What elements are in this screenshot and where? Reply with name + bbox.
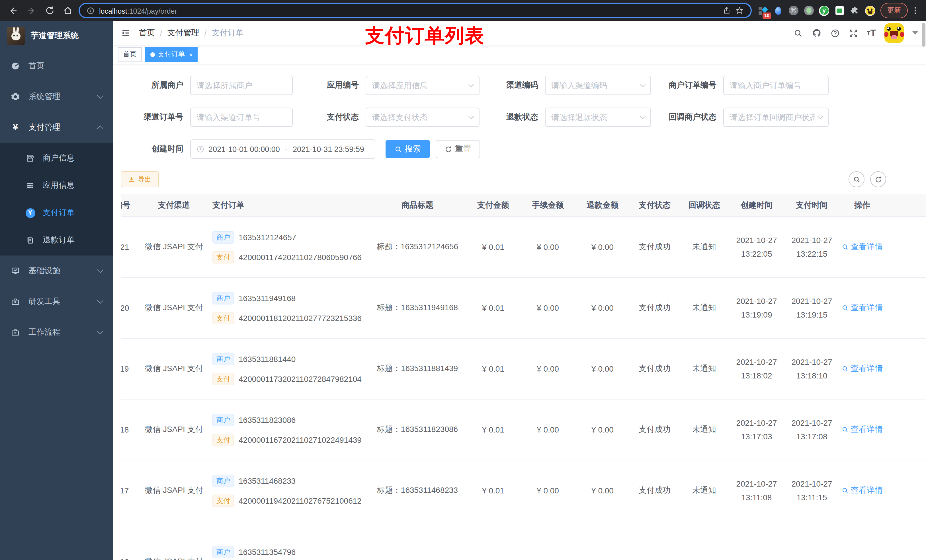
create-time: 13:11:08 (741, 493, 772, 502)
sidebar-item-pay-order[interactable]: ¥ 支付订单 (0, 199, 113, 226)
pay-status-select[interactable] (366, 107, 480, 127)
extension-y-icon[interactable]: y (819, 5, 829, 16)
sidebar: 芋道管理系统 首页 系统管理 ¥ 支付管理 (0, 21, 113, 560)
sidebar-item-app-info[interactable]: 应用信息 (0, 172, 113, 199)
fee-amount: ¥ 0.00 (537, 303, 559, 312)
callback-status: 未通知 (692, 303, 716, 312)
github-icon[interactable] (811, 28, 822, 38)
sidebar-item-workflow[interactable]: 工作流程 (0, 317, 113, 348)
pay-tag: 支付 (212, 251, 234, 263)
refund-status-label: 退款状态 (480, 112, 545, 122)
help-icon[interactable] (830, 28, 840, 38)
pay-order-no: 4200001194202110276752100612 (239, 496, 362, 505)
extension-emoji-icon[interactable] (865, 5, 875, 16)
channel-code-select[interactable] (545, 76, 651, 95)
chrome-update-button[interactable]: 更新 (881, 3, 908, 18)
forward-icon[interactable] (24, 3, 39, 18)
url-bar[interactable]: localhost:1024/pay/order (79, 3, 752, 18)
sidebar-item-payment[interactable]: ¥ 支付管理 (0, 112, 113, 143)
extension-balloon-icon[interactable] (773, 5, 783, 16)
search-icon[interactable] (793, 28, 803, 38)
breadcrumb-payment[interactable]: 支付管理 (168, 28, 199, 38)
avatar[interactable] (884, 23, 904, 43)
fullscreen-icon[interactable] (849, 28, 858, 38)
table-row: 121 微信 JSAPI 支付 商户 1635312124657 支付 4200… (121, 217, 926, 278)
extension-chat-icon[interactable] (834, 5, 844, 16)
clock-icon (197, 145, 204, 153)
refund-amount: ¥ 0.00 (592, 303, 614, 312)
create-time: 13:22:05 (741, 249, 772, 258)
breadcrumb: 首页 / 支付管理 / 支付订单 (139, 28, 244, 38)
orders-table: 编号 支付渠道 支付订单 商品标题 支付金额 手续金额 退款金额 支付状态 回调… (121, 194, 926, 560)
view-detail-link[interactable]: 查看详情 (842, 303, 883, 313)
sidebar-item-infrastructure[interactable]: 基础设施 (0, 255, 113, 286)
app-logo[interactable]: 芋道管理系统 (0, 21, 113, 51)
merchant-order-no: 1635311354796 (239, 547, 295, 556)
sidebar-item-system[interactable]: 系统管理 (0, 82, 113, 112)
date-start: 2021-10-01 00:00:00 (209, 145, 280, 153)
table-row: 116 微信 JSAPI 支付 商户 1635311354796 支付 (121, 521, 926, 560)
pay-status: 支付成功 (639, 364, 670, 373)
tag-home[interactable]: 首页 (118, 47, 142, 62)
export-button[interactable]: 导出 (121, 171, 159, 187)
pay-status: 支付成功 (639, 424, 670, 434)
app-no-select[interactable] (366, 76, 480, 95)
sidebar-item-merchant-info[interactable]: 商户信息 (0, 145, 113, 172)
extension-record-icon[interactable] (803, 5, 814, 16)
table-refresh-button[interactable] (870, 171, 886, 187)
refund-status-select[interactable] (545, 107, 651, 127)
merchant-order-no: 1635311949168 (239, 293, 295, 302)
sidebar-item-refund-order[interactable]: 退款订单 (0, 226, 113, 254)
create-time-label: 创建时间 (121, 144, 190, 154)
view-detail-link[interactable]: 查看详情 (842, 486, 883, 496)
back-icon[interactable] (6, 3, 21, 18)
tag-dot (150, 52, 155, 57)
view-detail-link[interactable]: 查看详情 (842, 364, 883, 374)
tag-pay-order[interactable]: 支付订单 × (145, 47, 198, 62)
breadcrumb-home[interactable]: 首页 (139, 28, 155, 38)
reset-button[interactable]: 重置 (436, 140, 480, 158)
chrome-menu-icon[interactable] (913, 7, 918, 14)
extensions-puzzle-icon[interactable] (850, 5, 860, 16)
create-time-range-input[interactable]: 2021-10-01 00:00:00 - 2021-10-31 23:59:5… (190, 139, 375, 159)
merchant-order-no-input[interactable] (723, 76, 829, 95)
breadcrumb-current: 支付订单 (212, 28, 244, 38)
extension-command-icon[interactable]: ⌘ (788, 5, 799, 16)
create-time: 13:18:02 (741, 371, 772, 380)
pay-tag: 支付 (212, 433, 234, 446)
app-title: 芋道管理系统 (31, 31, 79, 41)
sidebar-toggle-icon[interactable] (121, 28, 131, 38)
pay-channel: 微信 JSAPI 支付 (145, 486, 203, 495)
search-button[interactable]: 搜索 (386, 140, 430, 158)
sidebar-item-dev-tools[interactable]: 研发工具 (0, 286, 113, 317)
info-icon (86, 6, 95, 15)
search-icon (395, 145, 402, 153)
font-size-icon[interactable]: TT (867, 28, 876, 38)
page-content: 所属商户 应用编号 渠道编码 (113, 64, 926, 560)
extension-blocks-icon[interactable]: 10 (757, 5, 768, 16)
home-icon[interactable] (61, 3, 75, 18)
reload-icon[interactable] (42, 3, 57, 18)
view-detail-link[interactable]: 查看详情 (842, 242, 883, 252)
page-scrollbar-thumb[interactable] (922, 23, 925, 47)
create-date: 2021-10-27 (736, 479, 777, 488)
chevron-down-icon (468, 82, 474, 88)
channel-order-no-input[interactable] (190, 107, 293, 127)
caret-down-icon[interactable] (912, 31, 918, 35)
create-time: 13:19:09 (741, 310, 772, 319)
table-search-button[interactable] (849, 171, 864, 187)
merchant-tag: 商户 (212, 414, 234, 426)
product-title: 标题：1635311823086 (377, 424, 458, 434)
share-icon[interactable] (723, 6, 731, 15)
merchant-select[interactable] (190, 76, 293, 95)
date-end: 2021-10-31 23:59:59 (293, 145, 364, 153)
pay-time: 13:19:15 (796, 310, 828, 319)
yen-circle-icon: ¥ (25, 208, 35, 218)
merchant-tag: 商户 (212, 231, 234, 243)
tag-close-icon[interactable]: × (189, 51, 193, 58)
view-detail-link[interactable]: 查看详情 (842, 424, 883, 435)
merchant-order-no: 1635311468233 (239, 476, 295, 485)
bookmark-star-icon[interactable] (735, 6, 744, 15)
callback-status-select[interactable] (723, 107, 829, 127)
sidebar-item-home[interactable]: 首页 (0, 51, 113, 82)
